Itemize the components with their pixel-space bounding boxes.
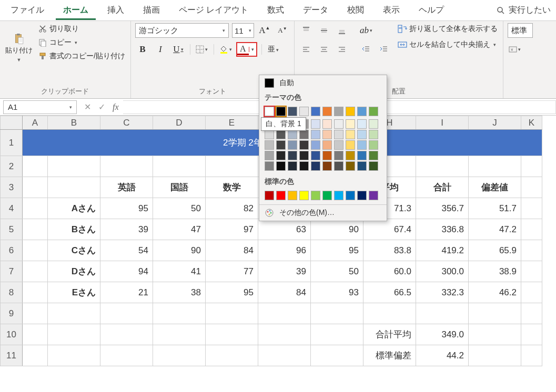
color-swatch[interactable] xyxy=(346,130,355,139)
align-center-button[interactable] xyxy=(317,42,331,57)
align-left-button[interactable] xyxy=(299,42,314,57)
color-swatch[interactable] xyxy=(299,191,309,200)
col-header[interactable]: A xyxy=(23,116,48,130)
cell[interactable] xyxy=(469,156,521,177)
cell[interactable]: 合計 xyxy=(416,177,469,198)
color-swatch[interactable] xyxy=(288,130,297,139)
italic-button[interactable]: I xyxy=(153,42,168,57)
cell[interactable] xyxy=(521,261,542,282)
font-color-dropdown[interactable]: ▾ xyxy=(249,47,256,52)
cell[interactable]: 偏差値 xyxy=(469,177,521,198)
cell[interactable]: 39 xyxy=(258,261,311,282)
cell[interactable] xyxy=(311,303,363,324)
cell[interactable] xyxy=(48,156,100,177)
cell[interactable] xyxy=(153,345,206,366)
cell[interactable]: Eさん xyxy=(48,282,100,303)
cell[interactable]: 90 xyxy=(311,219,363,240)
tab-draw[interactable]: 描画 xyxy=(136,1,167,20)
col-header[interactable]: I xyxy=(416,116,469,130)
color-swatch[interactable] xyxy=(265,107,274,116)
cell[interactable]: 46.2 xyxy=(469,282,521,303)
tab-file[interactable]: ファイル xyxy=(3,1,52,20)
row-header[interactable]: 3 xyxy=(1,177,23,198)
orientation-button[interactable]: ab▾ xyxy=(359,23,373,38)
underline-button[interactable]: U▾ xyxy=(171,42,186,57)
tab-home[interactable]: ホーム xyxy=(56,1,96,20)
color-swatch[interactable] xyxy=(369,161,378,171)
color-swatch[interactable] xyxy=(357,140,367,150)
cell[interactable]: Bさん xyxy=(48,219,100,240)
cell[interactable] xyxy=(48,324,100,345)
tab-view[interactable]: 表示 xyxy=(376,1,407,20)
color-swatch[interactable] xyxy=(311,151,320,160)
color-swatch[interactable] xyxy=(369,140,378,150)
color-swatch[interactable] xyxy=(322,191,332,200)
select-all-corner[interactable] xyxy=(1,116,23,130)
cell[interactable] xyxy=(521,219,542,240)
cell[interactable]: 38 xyxy=(153,282,206,303)
font-size-select[interactable]: 11 ▾ xyxy=(232,23,254,38)
name-box[interactable]: A1 ▾ xyxy=(3,100,77,114)
font-color-button[interactable]: A ▾ xyxy=(236,42,257,57)
cell[interactable]: 63 xyxy=(258,219,311,240)
cell[interactable] xyxy=(206,156,258,177)
accounting-format-button[interactable]: ¥▾ xyxy=(508,42,522,57)
color-swatch[interactable] xyxy=(334,130,343,139)
cell[interactable]: Aさん xyxy=(48,198,100,219)
cell[interactable]: 93 xyxy=(311,282,363,303)
color-swatch[interactable] xyxy=(369,107,378,116)
wrap-text-button[interactable]: ab 折り返して全体を表示する xyxy=(397,23,499,35)
color-swatch[interactable] xyxy=(265,140,274,150)
cell[interactable]: 82 xyxy=(206,198,258,219)
cell[interactable]: 合計平均 xyxy=(363,324,416,345)
color-swatch[interactable] xyxy=(369,119,378,129)
fx-icon[interactable]: fx xyxy=(113,102,119,112)
cell[interactable]: 51.7 xyxy=(469,198,521,219)
cell[interactable] xyxy=(521,177,542,198)
cell[interactable]: 47 xyxy=(153,219,206,240)
cell[interactable]: 419.2 xyxy=(416,240,469,261)
format-painter-button[interactable]: 書式のコピー/貼り付け xyxy=(37,50,126,62)
cell[interactable]: 90 xyxy=(153,240,206,261)
phonetic-button[interactable]: 亜▾ xyxy=(266,42,281,57)
color-swatch[interactable] xyxy=(369,130,378,139)
color-swatch[interactable] xyxy=(288,107,297,116)
cell[interactable]: 66.5 xyxy=(363,282,416,303)
cell[interactable]: 349.0 xyxy=(416,324,469,345)
cell[interactable] xyxy=(23,240,48,261)
color-swatch[interactable] xyxy=(288,161,297,171)
col-header[interactable]: C xyxy=(100,116,153,130)
cell[interactable] xyxy=(521,156,542,177)
cell[interactable] xyxy=(521,324,542,345)
cell[interactable]: 67.4 xyxy=(363,219,416,240)
cell[interactable] xyxy=(48,345,100,366)
color-swatch[interactable] xyxy=(346,191,355,200)
row-header[interactable]: 5 xyxy=(1,219,23,240)
align-bottom-button[interactable] xyxy=(335,23,349,38)
cell[interactable] xyxy=(521,303,542,324)
cell[interactable]: 95 xyxy=(100,198,153,219)
color-swatch[interactable] xyxy=(311,107,320,116)
confirm-formula-icon[interactable]: ✓ xyxy=(98,102,105,112)
cell[interactable]: 数学 xyxy=(206,177,258,198)
cell[interactable] xyxy=(258,345,311,366)
color-swatch[interactable] xyxy=(276,191,286,200)
color-swatch[interactable] xyxy=(288,140,297,150)
cell[interactable] xyxy=(48,303,100,324)
cell[interactable]: 97 xyxy=(206,219,258,240)
number-format-select[interactable]: 標準 xyxy=(508,23,533,38)
color-swatch[interactable] xyxy=(299,151,309,160)
color-swatch[interactable] xyxy=(357,130,367,139)
cell[interactable]: 21 xyxy=(100,282,153,303)
color-swatch[interactable] xyxy=(265,130,274,139)
color-swatch[interactable] xyxy=(322,119,332,129)
cell[interactable]: 332.3 xyxy=(416,282,469,303)
row-header[interactable]: 2 xyxy=(1,156,23,177)
color-swatch[interactable] xyxy=(276,107,286,116)
color-swatch[interactable] xyxy=(322,107,332,116)
color-swatch[interactable] xyxy=(299,140,309,150)
cell[interactable] xyxy=(258,303,311,324)
cell[interactable] xyxy=(23,303,48,324)
cell[interactable]: 47.2 xyxy=(469,219,521,240)
cell[interactable]: 65.9 xyxy=(469,240,521,261)
